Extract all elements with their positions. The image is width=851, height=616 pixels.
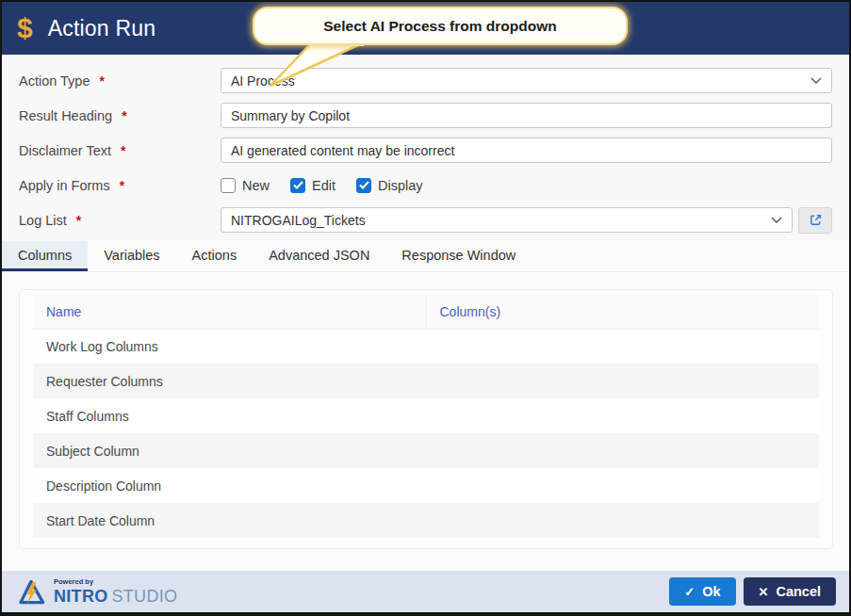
field-row-action-type: Action Type * AI Process	[19, 68, 832, 93]
required-asterisk: *	[120, 178, 124, 193]
field-row-log-list: Log List * NITROGAILog_Tickets	[19, 207, 832, 233]
check-icon: ✓	[684, 585, 695, 599]
annotation-callout: Select AI Process from dropdown	[253, 7, 628, 45]
action-run-dialog: $ Action Run Select AI Process from drop…	[0, 0, 851, 616]
log-list-label: Log List *	[19, 213, 221, 228]
apply-in-forms-label-text: Apply in Forms	[19, 178, 110, 193]
display-checkbox-label: Display	[378, 178, 423, 193]
disclaimer-text-input[interactable]	[221, 138, 832, 163]
tab-actions[interactable]: Actions	[176, 241, 254, 271]
cancel-button-label: Cancel	[776, 584, 821, 599]
columns-tab-panel: Name Column(s) Work Log Columns Requeste…	[19, 289, 833, 549]
tab-columns[interactable]: Columns	[2, 241, 88, 271]
table-row[interactable]: Subject Column	[33, 433, 819, 468]
field-row-apply-in-forms: Apply in Forms * New Edit	[19, 172, 832, 198]
footer-buttons: ✓ Ok ✕ Cancel	[669, 577, 836, 606]
close-icon: ✕	[759, 585, 769, 599]
annotation-callout-text: Select AI Process from dropdown	[323, 18, 556, 35]
dialog-title: Action Run	[48, 16, 156, 41]
row-columns-cell	[426, 433, 819, 468]
cancel-button[interactable]: ✕ Cancel	[744, 577, 836, 606]
chevron-down-icon	[771, 217, 782, 224]
tab-variables[interactable]: Variables	[88, 241, 175, 271]
column-header-name: Name	[33, 295, 426, 329]
row-name-cell: Description Column	[33, 468, 426, 503]
ok-button-label: Ok	[702, 584, 720, 599]
new-checkbox-label: New	[242, 178, 270, 193]
nitro-studio-brand: Powered by NITROSTUDIO	[17, 577, 177, 606]
brand-nitro-text: NITRO	[54, 587, 108, 606]
tab-response-window[interactable]: Response Window	[385, 241, 532, 271]
row-columns-cell	[426, 503, 819, 538]
edit-checkbox-label: Edit	[312, 178, 335, 193]
table-row[interactable]: Description Column	[33, 468, 819, 503]
checkbox-item-edit: Edit	[290, 178, 335, 193]
callout-tail-pointer	[268, 43, 366, 89]
action-type-label-text: Action Type	[19, 73, 90, 89]
row-name-cell: Subject Column	[33, 433, 426, 468]
checkbox-item-display: Display	[356, 178, 423, 193]
apply-in-forms-label: Apply in Forms *	[19, 178, 221, 193]
tab-bar: Columns Variables Actions Advanced JSON …	[2, 241, 849, 272]
result-heading-label: Result Heading *	[19, 108, 221, 123]
log-list-label-text: Log List	[19, 213, 67, 228]
row-name-cell: Work Log Columns	[33, 329, 426, 364]
brand-name: NITROSTUDIO	[54, 588, 177, 605]
table-header-row: Name Column(s)	[33, 295, 819, 329]
required-asterisk: *	[76, 213, 81, 228]
result-heading-label-text: Result Heading	[19, 108, 112, 123]
dollar-icon: $	[17, 14, 33, 42]
tab-advanced-json[interactable]: Advanced JSON	[253, 241, 385, 271]
edit-checkbox[interactable]	[290, 178, 305, 193]
row-name-cell: Staff Columns	[33, 398, 426, 433]
dialog-footer: Powered by NITROSTUDIO ✓ Ok ✕ Cancel	[2, 571, 849, 612]
new-checkbox[interactable]	[221, 178, 236, 193]
table-row[interactable]: Staff Columns	[33, 398, 819, 433]
chevron-down-icon	[810, 77, 822, 85]
disclaimer-text-label: Disclaimer Text *	[19, 143, 221, 158]
disclaimer-text-label-text: Disclaimer Text	[19, 143, 111, 158]
column-header-columns: Column(s)	[426, 295, 819, 329]
row-name-cell: Start Date Column	[33, 503, 426, 538]
powered-by-label: Powered by	[54, 578, 177, 586]
required-asterisk: *	[122, 108, 126, 123]
row-columns-cell	[426, 364, 819, 398]
field-row-result-heading: Result Heading *	[19, 103, 832, 128]
nitro-logo-icon	[17, 577, 48, 606]
apply-in-forms-group: New Edit Display	[221, 178, 423, 193]
columns-table: Name Column(s) Work Log Columns Requeste…	[33, 295, 819, 538]
row-name-cell: Requester Columns	[33, 364, 426, 398]
required-asterisk: *	[121, 143, 125, 158]
field-row-disclaimer-text: Disclaimer Text *	[19, 138, 832, 163]
row-columns-cell	[426, 468, 819, 503]
log-list-value: NITROGAILog_Tickets	[231, 213, 366, 228]
open-log-list-button[interactable]	[798, 207, 832, 234]
table-row[interactable]: Requester Columns	[33, 364, 819, 398]
external-link-icon	[809, 213, 823, 227]
row-columns-cell	[426, 329, 819, 364]
row-columns-cell	[426, 398, 819, 433]
result-heading-input[interactable]	[221, 103, 832, 128]
checkbox-item-new: New	[221, 178, 270, 193]
required-asterisk: *	[100, 73, 105, 89]
ok-button[interactable]: ✓ Ok	[669, 577, 735, 606]
brand-studio-text: STUDIO	[112, 587, 178, 606]
table-row[interactable]: Start Date Column	[33, 503, 819, 538]
form-area: Action Type * AI Process Result Heading …	[2, 55, 849, 241]
table-row[interactable]: Work Log Columns	[33, 329, 819, 364]
log-list-select[interactable]: NITROGAILog_Tickets	[221, 207, 793, 233]
action-type-label: Action Type *	[19, 73, 221, 89]
display-checkbox[interactable]	[356, 178, 371, 193]
